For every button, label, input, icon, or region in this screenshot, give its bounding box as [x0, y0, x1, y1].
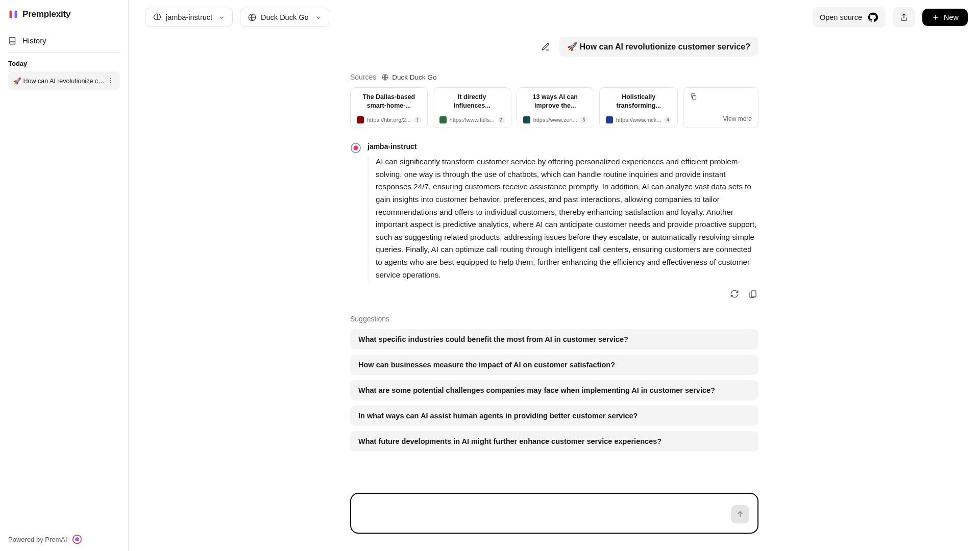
source-title: The Dallas-based smart-home-...: [357, 93, 421, 110]
footer-text: Powered by PremAI: [8, 536, 67, 543]
edit-icon: [541, 42, 550, 52]
source-title: It directly influences...: [439, 93, 505, 110]
source-url: https://www.fulls...: [450, 117, 495, 123]
copy-answer-button[interactable]: [747, 288, 758, 299]
plus-icon: [932, 13, 940, 21]
more-vertical-icon[interactable]: [106, 76, 116, 86]
edit-title-button[interactable]: [540, 41, 552, 53]
source-url: https://hbr.org/2...: [367, 117, 411, 123]
open-source-label: Open source: [820, 13, 862, 21]
brand-logo-icon: [8, 9, 18, 19]
title-row: 🚀 How can AI revolutionize customer serv…: [350, 37, 758, 57]
svg-point-6: [75, 537, 79, 541]
sources-label: Sources: [350, 73, 376, 81]
suggestions-list: What specific industries could benefit t…: [350, 329, 758, 452]
github-icon: [867, 12, 878, 23]
suggestion-item[interactable]: What are some potential challenges compa…: [350, 380, 758, 400]
favicon-icon: [357, 116, 364, 123]
model-selector[interactable]: jamba-instruct: [145, 8, 233, 27]
view-more-sources[interactable]: View more: [683, 87, 758, 128]
refresh-icon: [730, 289, 739, 298]
favicon-icon: [606, 116, 613, 123]
source-card[interactable]: The Dallas-based smart-home-... https://…: [350, 87, 428, 128]
message-input[interactable]: [360, 506, 731, 523]
suggestion-item[interactable]: What specific industries could benefit t…: [350, 329, 758, 349]
svg-rect-0: [10, 11, 12, 18]
thread-scroll[interactable]: 🚀 How can AI revolutionize customer serv…: [129, 35, 980, 551]
arrow-up-icon: [736, 510, 745, 519]
svg-rect-1: [15, 11, 17, 18]
source-title: 13 ways AI can improve the...: [523, 93, 587, 110]
thread-title: 🚀 How can AI revolutionize customer serv…: [559, 37, 758, 57]
view-more-label: View more: [723, 115, 752, 122]
model-name: jamba-instruct: [368, 142, 758, 151]
source-card[interactable]: It directly influences... https://www.fu…: [433, 87, 511, 128]
history-label: History: [22, 36, 46, 45]
sources-row: The Dallas-based smart-home-... https://…: [350, 87, 758, 128]
premai-logo-icon: [71, 534, 83, 545]
favicon-icon: [439, 116, 447, 123]
source-number: 1: [414, 116, 421, 123]
source-title: Holistically transforming...: [606, 93, 672, 110]
suggestion-item[interactable]: In what ways can AI assist human agents …: [350, 406, 758, 426]
favicon-icon: [523, 116, 530, 123]
new-button[interactable]: New: [922, 9, 968, 26]
answer-actions: [350, 288, 758, 299]
svg-rect-9: [693, 96, 696, 99]
engine-name: Duck Duck Go: [392, 73, 436, 81]
engine-selector[interactable]: Duck Duck Go: [240, 8, 329, 27]
answer-text: AI can significantly transform customer …: [368, 156, 758, 281]
chevron-down-icon: [218, 14, 225, 21]
source-number: 2: [498, 116, 505, 123]
regenerate-button[interactable]: [729, 288, 740, 299]
input-wrap: [350, 493, 758, 534]
book-icon: [8, 36, 17, 45]
source-number: 3: [580, 116, 587, 123]
brand: Premplexity: [8, 9, 120, 19]
send-button[interactable]: [731, 505, 749, 523]
svg-rect-12: [751, 291, 756, 297]
source-url: https://www.mck...: [616, 117, 662, 123]
globe-icon: [381, 73, 389, 81]
globe-icon: [248, 13, 257, 22]
open-source-button[interactable]: Open source: [813, 7, 886, 28]
svg-point-2: [110, 78, 111, 79]
source-card[interactable]: Holistically transforming... https://www…: [599, 87, 678, 128]
sidebar: Premplexity History Today 🚀 How can AI r…: [0, 0, 129, 551]
share-icon: [899, 13, 909, 22]
today-label: Today: [8, 60, 120, 67]
model-selector-label: jamba-instruct: [166, 13, 212, 21]
history-toggle[interactable]: History: [8, 33, 120, 53]
svg-point-4: [110, 82, 111, 83]
share-button[interactable]: [893, 7, 915, 28]
suggestion-item[interactable]: What future developments in AI might fur…: [350, 431, 758, 452]
topbar: jamba-instruct Duck Duck Go Open source: [129, 0, 980, 35]
chevron-down-icon: [315, 14, 322, 21]
input-bar: [350, 493, 758, 534]
source-url: https://www.zen...: [533, 117, 577, 123]
new-label: New: [944, 13, 959, 21]
sidebar-footer: Powered by PremAI: [8, 534, 120, 545]
brain-icon: [153, 13, 162, 22]
copy-icon: [690, 93, 752, 101]
main: jamba-instruct Duck Duck Go Open source: [129, 0, 980, 551]
history-item-label: 🚀 How can AI revolutionize cu...: [13, 77, 106, 85]
source-number: 4: [664, 116, 671, 123]
engine-selector-label: Duck Duck Go: [261, 13, 308, 21]
model-avatar-icon: [350, 142, 361, 154]
svg-point-11: [353, 145, 358, 150]
brand-name: Premplexity: [22, 9, 70, 19]
source-card[interactable]: 13 ways AI can improve the... https://ww…: [517, 87, 594, 128]
sources-header: Sources Duck Duck Go: [350, 73, 758, 81]
engine-pill: Duck Duck Go: [381, 73, 436, 81]
suggestions-label: Suggestions: [350, 315, 758, 323]
answer-block: jamba-instruct AI can significantly tran…: [350, 142, 758, 281]
suggestion-item[interactable]: How can businesses measure the impact of…: [350, 355, 758, 375]
svg-point-3: [110, 80, 111, 81]
clipboard-icon: [748, 289, 757, 298]
history-item[interactable]: 🚀 How can AI revolutionize cu...: [8, 71, 120, 90]
